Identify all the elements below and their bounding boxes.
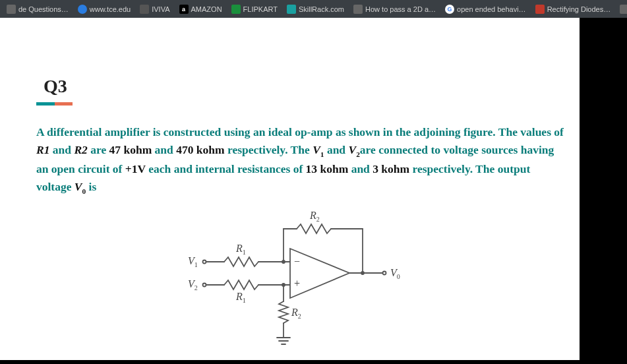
question-body: A differential amplifier is constructed … [36,123,564,198]
svg-text:+: + [294,278,300,289]
favicon-icon: a [179,5,189,14]
bookmark-label: open ended behavi… [457,5,526,13]
question-title: Q3 [44,76,67,97]
bookmark-item[interactable]: Gopen ended behavi… [441,3,530,15]
svg-point-7 [383,272,386,275]
bookmark-label: How to pass a 2D a… [365,5,436,13]
svg-point-3 [203,284,206,287]
svg-text:R1: R1 [235,243,246,256]
favicon-icon [140,5,149,14]
bookmark-item[interactable]: aAMAZON [175,3,226,15]
slide: Q3 A differential amplifier is construct… [0,18,580,360]
svg-point-12 [282,260,285,263]
bookmark-item[interactable]: de Questions… [3,3,73,15]
svg-text:R2: R2 [309,210,320,223]
svg-point-13 [361,272,364,274]
bookmark-label: Rectifying Diodes… [547,5,611,13]
bookmark-item[interactable]: NASSCOM FutureS… [616,3,627,15]
favicon-icon [78,5,87,14]
title-underline [36,102,73,106]
bookmarks-bar: de Questions…www.tce.eduIVIVAaAMAZONFLIP… [0,0,627,18]
favicon-icon [535,5,545,14]
bookmark-item[interactable]: Rectifying Diodes… [531,3,615,15]
favicon-icon [620,5,627,14]
bookmark-item[interactable]: FLIPKART [227,3,282,15]
svg-text:R2: R2 [291,307,301,320]
favicon-icon [353,5,363,14]
favicon-icon: G [445,5,454,14]
bookmark-item[interactable]: www.tce.edu [74,3,134,15]
bookmark-label: www.tce.edu [90,5,131,13]
svg-text:R1: R1 [235,291,246,304]
favicon-icon [287,5,296,14]
bookmark-label: IVIVA [152,5,169,13]
svg-text:−: − [294,256,300,267]
favicon-icon [7,5,16,14]
bookmark-label: SkillRack.com [299,5,344,13]
bookmark-item[interactable]: How to pass a 2D a… [349,3,440,15]
bookmark-item[interactable]: IVIVA [136,3,173,15]
bookmark-label: FLIPKART [243,5,278,13]
svg-point-0 [203,260,206,264]
svg-text:V0: V0 [390,267,400,280]
page-background: Q3 A differential amplifier is construct… [0,18,627,364]
bookmark-item[interactable]: SkillRack.com [283,3,348,15]
bookmark-label: AMAZON [191,5,222,13]
svg-text:V1: V1 [188,255,198,268]
bookmark-label: de Questions… [18,5,69,13]
favicon-icon [231,5,241,14]
svg-text:V2: V2 [188,278,198,291]
circuit-diagram: V1 V2 R1 R1 R2 R2 V0 − + [185,202,435,354]
